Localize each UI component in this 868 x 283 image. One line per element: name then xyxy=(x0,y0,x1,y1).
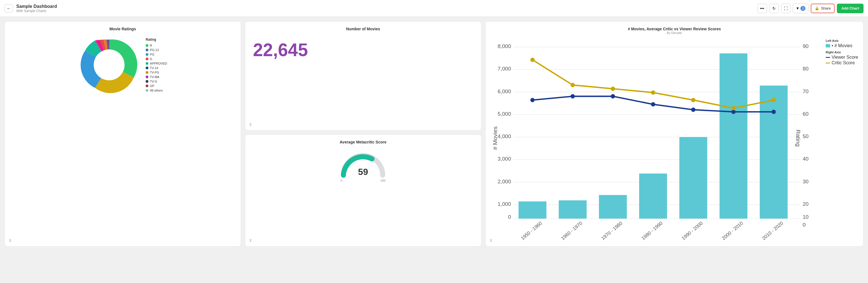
movie-ratings-card: Movie Ratings xyxy=(4,21,241,247)
legend-item-tvpg: TV-PG xyxy=(146,71,167,74)
critic-dot-3 xyxy=(651,90,655,94)
combo-filter-icon[interactable]: ⊽ xyxy=(490,238,492,243)
legend-label-gp: GP xyxy=(150,84,154,88)
legend-dot-approved xyxy=(146,62,148,65)
bar-2010 xyxy=(760,86,787,219)
dashboard-subtitle: With Sample Charts xyxy=(16,9,57,13)
critic-dot-2 xyxy=(611,87,615,91)
top-bar: ← Sample Dashboard With Sample Charts ••… xyxy=(0,0,868,17)
movies-filter-icon[interactable]: ⊽ xyxy=(249,122,252,127)
critic-dot-1 xyxy=(570,83,575,87)
legend-label-tvg: TV-G xyxy=(150,80,157,83)
svg-text:7,000: 7,000 xyxy=(497,66,511,72)
viewer-dot-0 xyxy=(530,98,534,102)
legend-label-tvpg: TV-PG xyxy=(150,71,159,74)
svg-text:90: 90 xyxy=(803,43,808,49)
legend-dot-tv14 xyxy=(146,66,148,69)
dashboard-title: Sample Dashboard xyxy=(16,4,57,9)
svg-text:2010 - 2020: 2010 - 2020 xyxy=(761,220,784,240)
critic-dot-6 xyxy=(772,98,776,102)
gauge-container: 59 0 100 xyxy=(250,147,476,185)
legend-label-r: R xyxy=(150,44,152,47)
viewer-dot-3 xyxy=(651,102,655,106)
svg-text:80: 80 xyxy=(803,66,808,72)
bar-2000 xyxy=(719,53,747,219)
viewer-dot-5 xyxy=(731,110,735,114)
add-chart-button[interactable]: Add Chart xyxy=(837,4,864,13)
legend-label-tvma: TV-MA xyxy=(150,75,159,79)
legend-item-tv14: TV-14 xyxy=(146,66,167,69)
combo-chart-svg-container: 8,000 7,000 6,000 5,000 4,000 3,000 2,00… xyxy=(491,36,823,241)
svg-text:1990 - 2000: 1990 - 2000 xyxy=(680,220,704,240)
filter-count: 2 xyxy=(800,6,805,11)
legend-label-g: G xyxy=(150,57,152,61)
refresh-button[interactable]: ↻ xyxy=(769,4,779,13)
legend-dot-pg xyxy=(146,53,148,56)
legend-item-pg13: PG-13 xyxy=(146,48,167,52)
left-axis-title: Left Axis xyxy=(826,39,858,43)
combo-chart-legend: Left Axis • # Movies Right Axis Viewer S… xyxy=(826,36,858,241)
svg-text:10: 10 xyxy=(803,214,808,220)
top-bar-left: ← Sample Dashboard With Sample Charts xyxy=(4,4,57,13)
lock-icon: 🔒 xyxy=(815,6,819,10)
metacritic-filter-icon[interactable]: ⊽ xyxy=(249,238,252,243)
donut-container: Rating R PG-13 PG G xyxy=(10,34,236,96)
svg-text:4,000: 4,000 xyxy=(497,133,511,139)
combo-chart-svg: 8,000 7,000 6,000 5,000 4,000 3,000 2,00… xyxy=(491,36,823,240)
viewer-dot-6 xyxy=(772,110,776,114)
viewer-dot-4 xyxy=(691,108,695,112)
legend-dot-tvma xyxy=(146,76,148,78)
legend-label-tv14: TV-14 xyxy=(150,66,158,69)
filter-button[interactable]: ▼ 2 xyxy=(793,4,809,13)
combo-chart-card: # Movies, Average Critic vs Viewer Revie… xyxy=(485,21,864,247)
legend-dot-g xyxy=(146,58,148,60)
svg-text:5,000: 5,000 xyxy=(497,111,511,117)
svg-text:70: 70 xyxy=(803,88,808,94)
gauge-labels: 0 100 xyxy=(341,179,385,182)
legend-movies-bar: • # Movies xyxy=(826,43,858,48)
legend-label-pg: PG xyxy=(150,53,154,56)
more-button[interactable]: ••• xyxy=(757,4,767,13)
movies-count-card: Number of Movies 22,645 ⊽ xyxy=(245,21,482,131)
legend-item-pg: PG xyxy=(146,53,167,56)
legend-label-pg13: PG-13 xyxy=(150,48,159,52)
metacritic-card: Average Metacritic Score 59 0 100 ⊽ xyxy=(245,135,482,247)
metacritic-title: Average Metacritic Score xyxy=(250,140,476,144)
legend-item-tvg: TV-G xyxy=(146,80,167,83)
svg-text:2000 - 2010: 2000 - 2010 xyxy=(721,220,744,240)
legend-dot-pg13 xyxy=(146,49,148,51)
critic-dot-5 xyxy=(731,106,735,110)
legend-label-others: All others xyxy=(150,89,163,92)
legend-item-g: G xyxy=(146,57,167,61)
viewer-dot-2 xyxy=(611,94,615,98)
legend-dot-others xyxy=(146,89,148,92)
right-axis-title: Right Axis xyxy=(826,51,858,54)
svg-text:8,000: 8,000 xyxy=(497,43,511,49)
gauge-min: 0 xyxy=(341,179,342,182)
svg-text:0: 0 xyxy=(508,214,511,220)
ratings-filter-icon[interactable]: ⊽ xyxy=(9,238,11,243)
legend-dot-tvg xyxy=(146,80,148,83)
share-button[interactable]: 🔒 Share xyxy=(811,4,835,13)
legend-item-tvma: TV-MA xyxy=(146,75,167,79)
svg-text:Rating: Rating xyxy=(795,130,802,147)
back-button[interactable]: ← xyxy=(4,4,13,12)
critic-dot-0 xyxy=(530,58,534,62)
combo-chart-subtitle: By Decade xyxy=(491,31,858,34)
movie-ratings-title: Movie Ratings xyxy=(10,27,236,31)
svg-text:3,000: 3,000 xyxy=(497,156,511,162)
gauge-max: 100 xyxy=(380,179,385,182)
legend-movies-label: • # Movies xyxy=(832,43,852,48)
share-label: Share xyxy=(821,6,831,10)
top-bar-right: ••• ↻ ⛶ ▼ 2 🔒 Share Add Chart xyxy=(757,4,864,13)
legend-critic-label: Critic Score xyxy=(832,60,855,65)
svg-text:0: 0 xyxy=(803,222,806,228)
bar-1970 xyxy=(599,195,626,219)
svg-text:1950 - 1960: 1950 - 1960 xyxy=(520,220,543,240)
legend-item-gp: GP xyxy=(146,84,167,88)
legend-critic-line: Critic Score xyxy=(826,60,858,65)
legend-item-others: All others xyxy=(146,89,167,92)
svg-point-0 xyxy=(94,49,125,80)
expand-button[interactable]: ⛶ xyxy=(781,4,790,13)
legend-label-approved: APPROVED xyxy=(150,62,167,65)
